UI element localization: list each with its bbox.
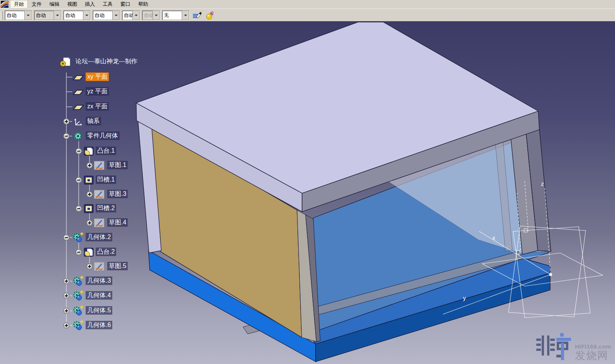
tree-item-.2[interactable]: 几何体.2 <box>86 233 112 241</box>
bodygear-icon[interactable] <box>74 232 83 242</box>
chevron-down-icon[interactable] <box>132 11 139 20</box>
tree-item-.4[interactable]: 草图.4 <box>107 218 128 227</box>
tree-item-.6[interactable]: 几何体.6 <box>86 321 112 329</box>
paint-analysis-icon[interactable] <box>193 11 203 20</box>
sketch-icon[interactable] <box>94 219 104 227</box>
bodygear-icon[interactable] <box>74 320 83 330</box>
graphic-properties-dropdown-3[interactable]: 自动 <box>93 10 120 20</box>
chevron-down-icon[interactable] <box>54 11 61 20</box>
tree-expander-plus[interactable] <box>64 119 69 125</box>
watermark: HIFI168.com 发烧网 <box>536 333 611 361</box>
tree-expander-plus[interactable] <box>64 308 69 314</box>
chevron-down-icon[interactable] <box>112 11 119 20</box>
dropdown-value: 自动 <box>142 11 152 20</box>
tree-item-xy[interactable]: xy 平面 <box>86 72 109 81</box>
tree-expander-plus[interactable] <box>87 220 93 226</box>
graphic-properties-dropdown-0[interactable]: 自动 <box>5 10 32 20</box>
menu-item-start[interactable]: 开始 <box>10 0 28 8</box>
graphic-properties-dropdown-6[interactable]: 无 <box>162 10 189 20</box>
menu-item-2[interactable]: 编辑 <box>46 0 63 8</box>
chevron-down-icon[interactable] <box>152 11 159 20</box>
tree-expander-plus[interactable] <box>64 293 69 299</box>
dropdown-value: 无 <box>162 11 182 20</box>
sketch-icon[interactable] <box>94 161 104 170</box>
tree-item-node-5[interactable]: 零件几何体 <box>86 131 120 140</box>
dropdown-value: 自动 <box>122 11 132 20</box>
menu-item-1[interactable]: 文件 <box>28 0 46 8</box>
chevron-down-icon[interactable] <box>182 11 189 20</box>
tree-item-.4[interactable]: 几何体.4 <box>86 291 112 300</box>
tree-item-node-0[interactable]: 论坛---泰山神龙---制作 <box>74 57 139 66</box>
dropdown-value: 自动 <box>64 11 83 20</box>
bodygear-icon[interactable] <box>74 276 83 285</box>
dropdown-value: 自动 <box>93 11 112 20</box>
tree-item-.1[interactable]: 凹槽.1 <box>96 175 116 184</box>
sketch-icon[interactable] <box>94 262 104 271</box>
tree-item-.3[interactable]: 草图.3 <box>107 190 128 198</box>
tree-item-.2[interactable]: 凹槽.2 <box>96 204 116 212</box>
menu-bar: 开始文件编辑视图插入工具窗口帮助 <box>0 0 615 8</box>
tree-item-.5[interactable]: 几何体.5 <box>86 306 112 315</box>
tree-expander-plus[interactable] <box>87 264 93 270</box>
plane-icon[interactable] <box>73 76 83 80</box>
pad-icon[interactable] <box>84 248 93 256</box>
tree-expander-minus[interactable] <box>76 177 82 183</box>
dropdown-value: 自动 <box>5 11 24 20</box>
catia-application-window: 开始文件编辑视图插入工具窗口帮助 自动自动自动自动自动自动无 <box>0 0 615 364</box>
tree-item-node-4[interactable]: 轴系 <box>86 117 101 125</box>
tree-item-yz[interactable]: yz 平面 <box>86 87 109 96</box>
sketch-icon[interactable] <box>94 190 104 199</box>
tree-expander-plus[interactable] <box>64 323 69 329</box>
pocket-icon[interactable] <box>84 176 93 184</box>
menu-item-4[interactable]: 插入 <box>81 0 99 8</box>
bodygear-icon[interactable] <box>74 290 83 300</box>
watermark-logo-icon <box>536 333 572 361</box>
plane-icon[interactable] <box>73 90 83 94</box>
pocket-icon[interactable] <box>84 204 93 213</box>
3d-viewport[interactable]: xyz 论坛---泰山神龙---制作xy 平面yz 平面zx 平面轴系零件几何体… <box>0 21 615 364</box>
tree-expander-minus[interactable] <box>76 249 82 255</box>
menu-item-5[interactable]: 工具 <box>99 0 117 8</box>
graphic-properties-toolbar: 自动自动自动自动自动自动无 <box>0 8 615 22</box>
tree-expander-minus[interactable] <box>64 235 69 241</box>
tree-item-.2[interactable]: 凸台.2 <box>96 248 116 256</box>
tree-item-.3[interactable]: 几何体.3 <box>86 276 112 285</box>
app-logo-icon <box>1 1 8 8</box>
chevron-down-icon[interactable] <box>83 11 90 20</box>
bodygear-icon[interactable] <box>74 305 83 315</box>
pad-icon[interactable] <box>84 147 93 155</box>
tree-expander-minus[interactable] <box>76 148 82 154</box>
graphic-properties-dropdown-2[interactable]: 自动 <box>63 10 90 20</box>
menu-item-6[interactable]: 窗口 <box>117 0 134 8</box>
axis-icon[interactable] <box>74 119 82 125</box>
tree-expander-plus[interactable] <box>87 192 93 197</box>
tree-item-.5[interactable]: 草图.5 <box>107 262 128 270</box>
graphic-properties-dropdown-1[interactable]: 自动 <box>34 10 61 20</box>
watermark-site-text: HIFI168.com <box>575 344 611 349</box>
tree-item-zx[interactable]: zx 平面 <box>86 102 109 111</box>
toolbar-drag-handle[interactable] <box>1 11 3 20</box>
watermark-name-text: 发烧网 <box>575 351 611 361</box>
graphic-properties-dropdown-4[interactable]: 自动 <box>122 10 140 20</box>
tree-expander-minus[interactable] <box>64 133 69 139</box>
gear-icon[interactable] <box>75 133 81 139</box>
tree-expander-plus[interactable] <box>64 278 69 284</box>
dropdown-value: 自动 <box>34 11 54 20</box>
menu-item-7[interactable]: 帮助 <box>134 0 152 8</box>
tree-expander-plus[interactable] <box>87 163 93 169</box>
docgear-icon[interactable] <box>60 57 70 66</box>
chevron-down-icon[interactable] <box>24 11 31 20</box>
plane-icon[interactable] <box>73 105 83 110</box>
lighting-wand-icon[interactable] <box>205 11 215 20</box>
tree-expander-minus[interactable] <box>76 206 82 212</box>
graphic-properties-dropdown-5[interactable]: 自动 <box>142 10 160 20</box>
menu-item-3[interactable]: 视图 <box>63 0 81 8</box>
tree-item-.1[interactable]: 凸台.1 <box>96 147 116 155</box>
tree-item-.1[interactable]: 草图.1 <box>107 161 128 169</box>
